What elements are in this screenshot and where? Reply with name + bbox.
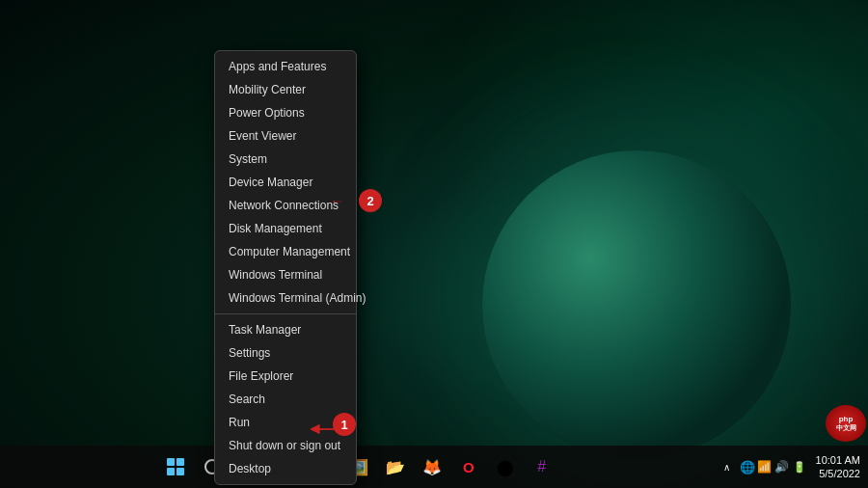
- tray-icons: 🌐 📶 🔊 🔋: [741, 460, 806, 474]
- menu-item-search[interactable]: Search: [215, 388, 356, 411]
- taskbar-firefox[interactable]: 🦊: [417, 451, 448, 482]
- php-badge: php 中文网: [826, 405, 866, 442]
- tray-overflow-button[interactable]: ∧: [718, 451, 737, 482]
- badge-1: 1: [333, 413, 356, 436]
- moon-sphere: [482, 150, 791, 459]
- files-icon: 📂: [386, 458, 405, 476]
- menu-item-task-manager[interactable]: Task Manager: [215, 318, 356, 341]
- chevron-up-icon: ∧: [723, 462, 730, 473]
- menu-item-network-connections[interactable]: Network Connections: [215, 194, 356, 217]
- arrow-1: [311, 424, 336, 434]
- terminal-icon: #: [537, 458, 546, 475]
- volume-icon: 🔊: [775, 460, 789, 474]
- menu-item-windows-terminal[interactable]: Windows Terminal: [215, 263, 356, 286]
- taskbar-opera[interactable]: O: [453, 451, 484, 482]
- menu-item-shutdown[interactable]: Shut down or sign out: [215, 434, 356, 457]
- menu-item-event-viewer[interactable]: Event Viewer: [215, 124, 356, 148]
- firefox-icon: 🦊: [422, 458, 442, 476]
- clock-time: 10:01 AM: [816, 453, 860, 467]
- start-button[interactable]: [160, 451, 191, 482]
- menu-item-desktop[interactable]: Desktop: [215, 457, 356, 480]
- taskbar-right: ∧ 🌐 📶 🔊 🔋 10:01 AM 5/5/2022: [718, 451, 868, 482]
- menu-item-file-explorer[interactable]: File Explorer: [215, 365, 356, 388]
- wifi-icon: 📶: [758, 460, 772, 474]
- menu-item-settings[interactable]: Settings: [215, 341, 356, 365]
- system-clock[interactable]: 10:01 AM 5/5/2022: [816, 453, 860, 481]
- menu-separator: [215, 313, 356, 314]
- menu-item-computer-management[interactable]: Computer Management: [215, 240, 356, 263]
- menu-item-windows-terminal-admin[interactable]: Windows Terminal (Admin): [215, 286, 356, 310]
- badge-2: 2: [359, 189, 382, 212]
- taskbar-terminal[interactable]: #: [527, 451, 557, 482]
- taskbar-files[interactable]: 📂: [380, 451, 411, 482]
- taskbar-chrome[interactable]: ⬤: [490, 451, 521, 482]
- menu-item-mobility-center[interactable]: Mobility Center: [215, 78, 356, 101]
- menu-item-disk-management[interactable]: Disk Management: [215, 217, 356, 240]
- arrow-2: [313, 201, 362, 203]
- menu-item-system[interactable]: System: [215, 148, 356, 171]
- desktop: [0, 0, 868, 488]
- menu-item-device-manager[interactable]: Device Manager: [215, 171, 356, 194]
- chrome-icon: ⬤: [497, 458, 514, 476]
- taskbar-left: 📁 🌐 🛍️ 🖼️ 📂 🦊 O ⬤ #: [0, 451, 718, 482]
- taskbar: 📁 🌐 🛍️ 🖼️ 📂 🦊 O ⬤ #: [0, 446, 868, 488]
- clock-date: 5/5/2022: [816, 467, 860, 480]
- opera-icon: O: [463, 459, 475, 475]
- menu-item-apps-features[interactable]: Apps and Features: [215, 55, 356, 78]
- network-icon: 🌐: [741, 460, 754, 474]
- windows-logo-icon: [167, 458, 184, 475]
- menu-item-power-options[interactable]: Power Options: [215, 101, 356, 124]
- battery-icon: 🔋: [793, 460, 806, 474]
